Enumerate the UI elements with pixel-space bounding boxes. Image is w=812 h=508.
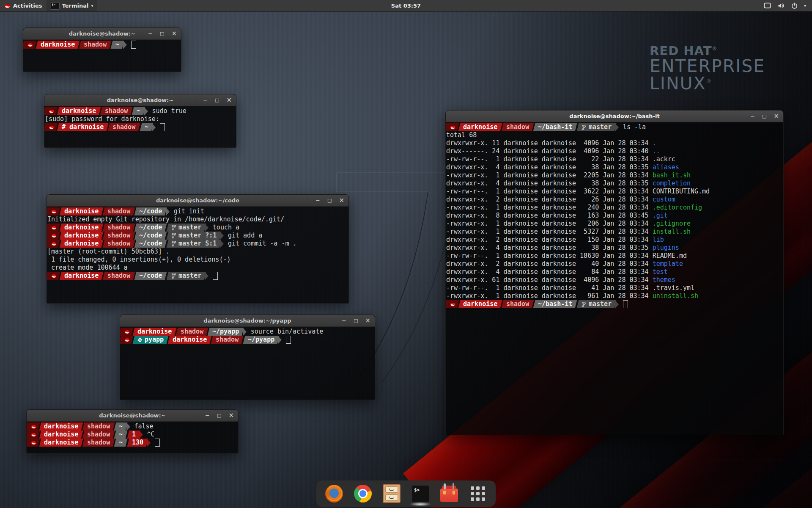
minimize-button[interactable]: − bbox=[315, 198, 320, 203]
dock-item-toolbox[interactable] bbox=[440, 484, 458, 503]
file-name: .gitignore bbox=[653, 220, 691, 228]
prompt-segment-path: ~/pyapp bbox=[243, 336, 279, 344]
prompt-line: darknoiseshadow~false bbox=[27, 422, 237, 431]
minimize-button[interactable]: − bbox=[205, 413, 210, 418]
command-text: git init bbox=[174, 207, 204, 215]
file-row: drwxrwxr-x. 2 darknoise darknoise 150 Ja… bbox=[446, 236, 782, 244]
close-button[interactable]: × bbox=[171, 30, 177, 37]
redhat-icon bbox=[49, 109, 54, 113]
file-meta: -rw-rw-r--. 1 darknoise darknoise 22 Jan… bbox=[446, 155, 653, 163]
file-meta: drwxrwxr-x. 4 darknoise darknoise 38 Jan… bbox=[446, 244, 653, 252]
close-button[interactable]: × bbox=[774, 113, 779, 119]
maximize-button[interactable]: □ bbox=[217, 413, 221, 418]
file-meta: drwxrwxr-x. 4 darknoise darknoise 38 Jan… bbox=[446, 163, 653, 171]
file-meta: drwxrwxr-x. 2 darknoise darknoise 40 Jan… bbox=[446, 260, 653, 268]
file-meta: drwxrwxr-x. 4 darknoise darknoise 84 Jan… bbox=[446, 268, 653, 276]
file-row: drwxrwxr-x. 11 darknoise darknoise 4096 … bbox=[446, 139, 782, 147]
close-button[interactable]: × bbox=[226, 97, 232, 103]
close-button[interactable]: × bbox=[339, 197, 344, 204]
maximize-button[interactable]: □ bbox=[762, 114, 766, 119]
window-titlebar[interactable]: darknoise@shadow:~−□× bbox=[44, 94, 236, 106]
file-meta: drwxrwxr-x. 11 darknoise darknoise 4096 … bbox=[446, 139, 653, 147]
branch-icon bbox=[171, 273, 176, 279]
terminal-content[interactable]: darknoiseshadow~/pyappsource bin/activat… bbox=[120, 327, 375, 400]
redhat-icon bbox=[124, 337, 130, 342]
minimize-button[interactable]: − bbox=[148, 31, 153, 36]
file-meta: -rwxrwxr-x. 1 darknoise darknoise 206 Ja… bbox=[446, 220, 653, 228]
toolbox-icon bbox=[440, 489, 458, 502]
redhat-icon bbox=[450, 125, 455, 130]
file-name: .editorconfig bbox=[653, 204, 702, 212]
terminal-content[interactable]: darknoiseshadow~ bbox=[23, 40, 181, 72]
prompt-segment-path: ~ bbox=[111, 41, 124, 49]
file-row: drwxrwxr-x. 2 darknoise darknoise 40 Jan… bbox=[446, 260, 782, 268]
file-row: -rwxrwxr-x. 1 darknoise darknoise 2205 J… bbox=[446, 171, 782, 179]
window-titlebar[interactable]: darknoise@shadow:~−□× bbox=[23, 28, 181, 40]
terminal-cursor bbox=[160, 123, 165, 131]
window-controls: −□× bbox=[205, 410, 234, 421]
prompt-segment-user: darknoise bbox=[60, 272, 104, 280]
dock-item-files[interactable] bbox=[382, 484, 401, 503]
minimize-button[interactable]: − bbox=[342, 318, 346, 323]
dock-item-app-grid[interactable] bbox=[469, 484, 487, 503]
file-row: drwxrwxr-x. 4 darknoise darknoise 38 Jan… bbox=[446, 163, 782, 171]
dock-item-firefox[interactable] bbox=[325, 484, 343, 503]
brand-line-linux: LINUX® bbox=[650, 75, 765, 93]
branch-icon bbox=[171, 233, 176, 239]
maximize-button[interactable]: □ bbox=[160, 31, 164, 36]
terminal-content[interactable]: darknoiseshadow~sudo true[sudo] password… bbox=[44, 106, 236, 147]
prompt-segment-host: shadow bbox=[502, 300, 534, 308]
prompt-segment-user: darknoise bbox=[60, 224, 104, 232]
prompt-segment-path: ~ bbox=[132, 107, 145, 115]
prompt-segment-path: ~ bbox=[114, 431, 128, 439]
prompt-segment-hat bbox=[27, 439, 40, 447]
prompt-segment-host: shadow bbox=[82, 431, 115, 439]
prompt-segment-user: darknoise bbox=[458, 300, 502, 308]
window-titlebar[interactable]: darknoise@shadow:~−□× bbox=[27, 410, 238, 422]
volume-icon[interactable] bbox=[777, 3, 785, 9]
prompt-segment-user: darknoise bbox=[458, 123, 502, 131]
power-icon[interactable] bbox=[791, 3, 798, 9]
window-titlebar[interactable]: darknoise@shadow:~/bash-it−□× bbox=[446, 110, 783, 122]
app-menu-terminal[interactable]: $> Terminal ▾ bbox=[47, 0, 98, 11]
dock-item-chrome[interactable] bbox=[354, 484, 372, 503]
prompt-line: darknoiseshadow~sudo true bbox=[45, 107, 235, 115]
window-titlebar[interactable]: darknoise@shadow:~/pyapp−□× bbox=[120, 315, 375, 327]
dock-item-terminal[interactable]: $> bbox=[411, 484, 430, 503]
clock[interactable]: Sat 03:57 bbox=[391, 3, 421, 9]
file-meta: -rwxrwxr-x. 1 darknoise darknoise 240 Ja… bbox=[446, 204, 653, 212]
minimize-button[interactable]: − bbox=[750, 113, 755, 119]
terminal-cursor bbox=[213, 272, 218, 280]
redhat-icon bbox=[31, 424, 36, 429]
file-name: plugins bbox=[653, 244, 679, 252]
system-status-area[interactable]: ▾ bbox=[764, 3, 812, 9]
file-row: -rwxrwxr-x. 1 darknoise darknoise 5327 J… bbox=[446, 228, 782, 236]
prompt-segment-hat bbox=[47, 240, 60, 248]
chevron-down-icon[interactable]: ▾ bbox=[804, 3, 806, 8]
activities-button[interactable]: Activities bbox=[0, 0, 47, 11]
chevron-down-icon: ▾ bbox=[91, 3, 93, 8]
terminal-window-exitcodes: darknoise@shadow:~−□×darknoiseshadow~fal… bbox=[26, 409, 239, 453]
file-meta: -rw-rw-r--. 1 darknoise darknoise 18630 … bbox=[446, 252, 653, 260]
file-row: drwxrwxr-x. 8 darknoise darknoise 163 Ja… bbox=[446, 212, 782, 220]
terminal-content[interactable]: darknoiseshadow~falsedarknoiseshadow~1^C… bbox=[27, 422, 238, 453]
file-meta: -rwxrwxr-x. 1 darknoise darknoise 2205 J… bbox=[446, 171, 653, 179]
prompt-segment-path: ~/code bbox=[134, 272, 167, 280]
prompt-segment-hat bbox=[47, 272, 60, 280]
display-icon[interactable] bbox=[764, 3, 771, 9]
file-row: drwxrwxr-x. 4 darknoise darknoise 84 Jan… bbox=[446, 268, 782, 276]
minimize-button[interactable]: − bbox=[203, 97, 208, 103]
maximize-button[interactable]: □ bbox=[354, 318, 358, 323]
maximize-button[interactable]: □ bbox=[327, 198, 332, 203]
prompt-segment-path: ~/bash-it bbox=[533, 300, 577, 308]
terminal-content[interactable]: darknoiseshadow~/codegit initInitialized… bbox=[47, 207, 348, 303]
prompt-segment-hat bbox=[446, 300, 459, 308]
close-button[interactable]: × bbox=[365, 318, 370, 324]
terminal-content[interactable]: darknoiseshadow~/bash-itmasterls -latota… bbox=[446, 122, 783, 435]
file-name: test bbox=[653, 268, 668, 276]
window-title: darknoise@shadow:~/pyapp bbox=[120, 318, 375, 324]
maximize-button[interactable]: □ bbox=[215, 98, 219, 102]
window-titlebar[interactable]: darknoise@shadow:~/code−□× bbox=[47, 195, 348, 207]
prompt-segment-git: master bbox=[576, 300, 616, 308]
close-button[interactable]: × bbox=[228, 412, 234, 419]
